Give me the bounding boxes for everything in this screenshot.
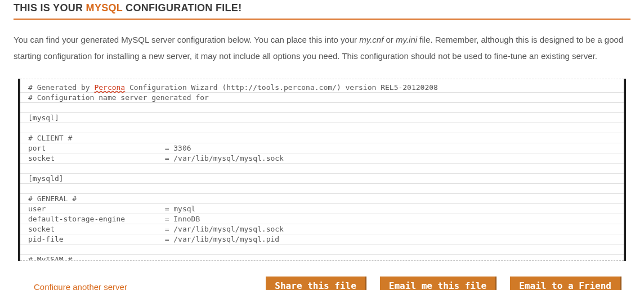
filename-myini: my.ini: [396, 35, 417, 44]
page-title: THIS IS YOUR MYSQL CONFIGURATION FILE!: [14, 0, 630, 19]
email-me-button[interactable]: Email me this file: [380, 277, 497, 290]
config-code-block[interactable]: # Generated by Percona Configuration Wiz…: [20, 79, 624, 261]
share-file-button[interactable]: Share this file: [266, 277, 366, 290]
title-prefix: THIS IS YOUR: [14, 2, 86, 13]
intro-text: You can find your generated MySQL server…: [14, 32, 630, 64]
title-accent: MYSQL: [86, 2, 123, 13]
email-friend-button[interactable]: Email to a Friend: [510, 277, 621, 290]
configure-another-link[interactable]: Configure another server: [34, 282, 127, 291]
actions-bar: Configure another server Share this file…: [14, 277, 630, 290]
title-suffix: CONFIGURATION FILE!: [123, 2, 242, 13]
config-code-frame: # Generated by Percona Configuration Wiz…: [20, 79, 624, 261]
title-divider: [14, 19, 630, 20]
filename-mycnf: my.cnf: [359, 35, 383, 44]
